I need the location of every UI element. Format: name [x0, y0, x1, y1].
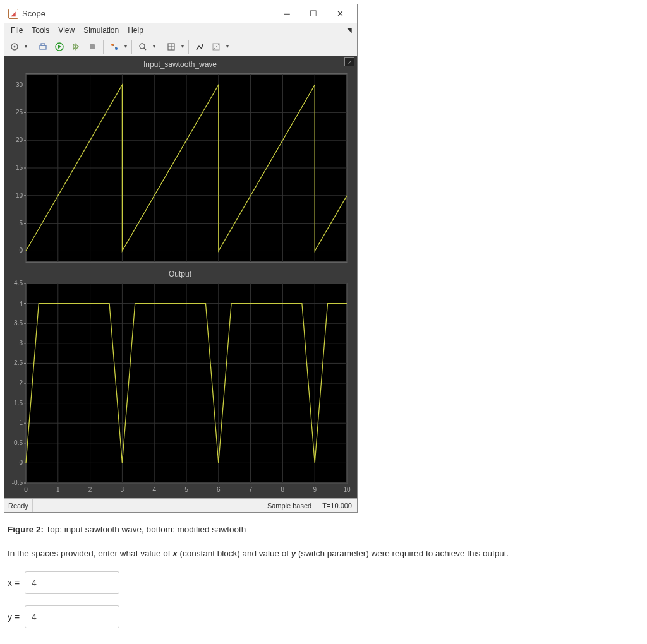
svg-text:4: 4 — [19, 300, 23, 307]
svg-text:0: 0 — [19, 247, 23, 254]
float-icon[interactable]: ↗ — [344, 57, 354, 66]
svg-text:6: 6 — [217, 486, 221, 493]
svg-text:15: 15 — [16, 164, 23, 171]
toolbar: ▼ ▼ ▼ ▼ — [4, 37, 357, 56]
menu-help[interactable]: Help — [124, 25, 147, 36]
svg-text:2.5: 2.5 — [14, 359, 23, 366]
minimize-button[interactable]: ─ — [274, 5, 300, 23]
svg-text:8: 8 — [281, 486, 285, 493]
svg-text:0: 0 — [19, 459, 23, 466]
menu-simulation[interactable]: Simulation — [80, 25, 123, 36]
plot-2-canvas[interactable]: -0.500.511.522.533.544.5012345678910 — [7, 280, 353, 494]
plot-2-title: Output — [7, 268, 353, 280]
plot-1: Input_sawtooth_wave 051015202530 — [4, 56, 357, 266]
svg-text:25: 25 — [16, 109, 23, 116]
svg-text:3: 3 — [19, 340, 23, 347]
menu-tools[interactable]: Tools — [28, 25, 53, 36]
svg-text:4.5: 4.5 — [14, 280, 23, 287]
svg-text:1: 1 — [19, 419, 23, 426]
window-title: Scope — [22, 9, 45, 18]
status-time: T=10.000 — [317, 499, 357, 512]
stop-icon[interactable] — [85, 39, 100, 54]
fit-icon[interactable] — [164, 39, 179, 54]
menu-file[interactable]: File — [7, 25, 27, 36]
caption-text: Top: input sawtooth wave, bottom: modifi… — [46, 525, 246, 534]
svg-text:10: 10 — [343, 486, 351, 493]
settings-icon[interactable] — [7, 39, 22, 54]
svg-text:30: 30 — [16, 81, 23, 88]
svg-point-12 — [140, 44, 145, 49]
fit-dropdown-icon[interactable]: ▼ — [180, 39, 185, 54]
y-input-row: y = — [8, 605, 639, 628]
measure-icon[interactable] — [192, 39, 207, 54]
close-button[interactable]: ✕ — [327, 5, 353, 23]
statusbar: Ready Sample based T=10.000 — [4, 498, 357, 512]
svg-rect-2 — [40, 45, 46, 49]
svg-line-11 — [113, 45, 116, 48]
svg-point-1 — [14, 45, 16, 47]
x-input[interactable] — [25, 571, 119, 594]
zoom-dropdown-icon[interactable]: ▼ — [152, 39, 157, 54]
x-input-row: x = — [8, 571, 639, 594]
svg-marker-7 — [76, 44, 78, 49]
svg-text:2: 2 — [88, 486, 92, 493]
y-label: y = — [8, 612, 20, 622]
status-ready: Ready — [4, 499, 33, 512]
scope-window: ◢ Scope ─ ☐ ✕ File Tools View Simulation… — [4, 4, 358, 513]
svg-line-13 — [144, 48, 146, 50]
svg-text:-0.5: -0.5 — [12, 479, 23, 486]
plot-1-canvas[interactable]: 051015202530 — [7, 70, 353, 266]
svg-text:3.5: 3.5 — [14, 319, 23, 326]
figure-caption: Figure 2: Top: input sawtooth wave, bott… — [8, 523, 639, 537]
menu-view[interactable]: View — [54, 25, 78, 36]
run-forward-icon[interactable] — [68, 39, 83, 54]
svg-text:0: 0 — [24, 486, 28, 493]
plot-2: Output -0.500.511.522.533.544.5012345678… — [4, 266, 357, 498]
svg-text:2: 2 — [19, 379, 23, 386]
caption-label: Figure 2: — [8, 525, 44, 534]
svg-text:9: 9 — [313, 486, 317, 493]
instruction-text: In the spaces provided, enter what value… — [8, 547, 639, 561]
svg-text:1: 1 — [56, 486, 60, 493]
collapse-icon[interactable]: ◥ — [344, 27, 354, 33]
plot-1-title: Input_sawtooth_wave — [7, 59, 353, 70]
svg-text:1.5: 1.5 — [14, 400, 23, 407]
svg-text:10: 10 — [16, 192, 23, 199]
svg-text:20: 20 — [16, 136, 23, 143]
titlebar: ◢ Scope ─ ☐ ✕ — [4, 4, 357, 23]
settings-dropdown-icon[interactable]: ▼ — [23, 39, 28, 54]
x-label: x = — [8, 578, 20, 588]
lock-icon[interactable] — [209, 39, 224, 54]
app-icon: ◢ — [8, 9, 18, 19]
svg-text:7: 7 — [249, 486, 253, 493]
svg-marker-5 — [58, 45, 61, 49]
maximize-button[interactable]: ☐ — [300, 5, 327, 23]
svg-text:5: 5 — [19, 220, 23, 227]
y-input[interactable] — [25, 605, 119, 628]
svg-rect-3 — [41, 44, 45, 45]
highlight-dropdown-icon[interactable]: ▼ — [123, 39, 128, 54]
print-icon[interactable] — [35, 39, 51, 54]
status-mode: Sample based — [262, 499, 317, 512]
zoom-icon[interactable] — [135, 39, 150, 54]
menubar: File Tools View Simulation Help ◥ — [4, 23, 357, 37]
svg-text:0.5: 0.5 — [14, 439, 23, 446]
play-icon[interactable] — [52, 39, 67, 54]
svg-line-18 — [213, 44, 219, 50]
highlight-icon[interactable] — [107, 39, 122, 54]
svg-text:3: 3 — [121, 486, 124, 493]
lock-dropdown-icon[interactable]: ▼ — [225, 39, 230, 54]
svg-text:4: 4 — [152, 486, 156, 493]
svg-text:5: 5 — [184, 486, 188, 493]
svg-rect-8 — [90, 44, 95, 49]
plot-area: ↗ Input_sawtooth_wave 051015202530 Outpu… — [4, 56, 357, 498]
